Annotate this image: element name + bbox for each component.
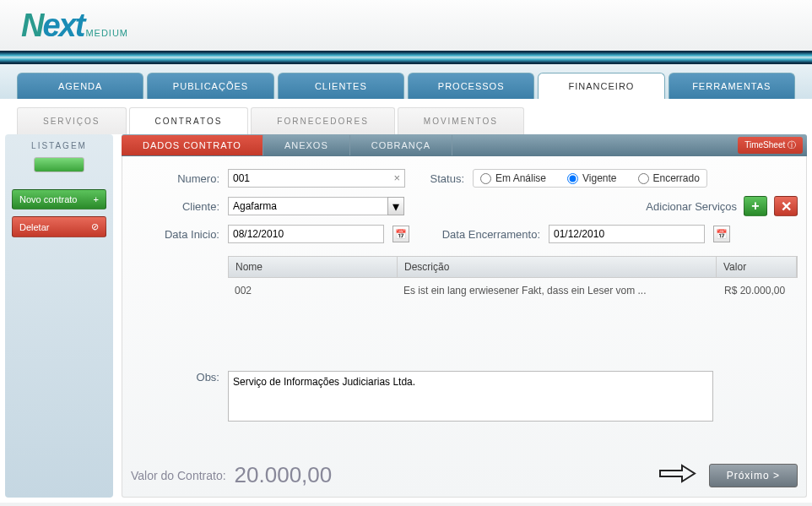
header: NextMEDIUM [0, 0, 812, 51]
ribbon-divider [0, 51, 812, 64]
subtab-fornecedores[interactable]: FORNECEDORES [251, 107, 394, 134]
tab-ferramentas[interactable]: FERRAMENTAS [669, 73, 795, 99]
deletar-label: Deletar [19, 222, 49, 232]
calendar-icon-2[interactable]: 📅 [713, 226, 730, 242]
proximo-button[interactable]: Próximo > [709, 464, 798, 487]
clear-icon[interactable]: × [393, 171, 400, 184]
ptab-cobranca[interactable]: COBRANÇA [350, 135, 452, 155]
tab-clientes[interactable]: CLIENTES [278, 73, 404, 99]
dropdown-icon[interactable]: ▾ [387, 197, 404, 215]
novo-contrato-label: Novo contrato [19, 194, 77, 204]
cell-valor: R$ 20.000,00 [717, 283, 798, 298]
data-encerramento-label: Data Encerramento: [418, 228, 540, 241]
calendar-icon[interactable]: 📅 [392, 226, 409, 242]
obs-textarea[interactable] [228, 371, 713, 422]
tab-publicacoes[interactable]: PUBLICAÇÕES [147, 73, 273, 99]
remove-service-button[interactable]: ✕ [774, 196, 798, 216]
deletar-button[interactable]: Deletar ⊘ [12, 216, 106, 237]
main-tabs: AGENDA PUBLICAÇÕES CLIENTES PROCESSOS FI… [0, 64, 812, 99]
subtab-contratos[interactable]: CONTRATOS [129, 107, 249, 134]
adicionar-servicos-label: Adicionar Serviços [646, 200, 737, 213]
listagem-toggle[interactable] [34, 157, 84, 172]
data-inicio-label: Data Inicio: [131, 228, 219, 241]
forbidden-icon: ⊘ [91, 221, 99, 232]
table-header: Nome Descrição Valor [228, 256, 798, 278]
listagem-label: LISTAGEM [12, 141, 106, 150]
tab-agenda[interactable]: AGENDA [17, 73, 143, 99]
tab-financeiro[interactable]: FINANCEIRO [538, 73, 664, 99]
status-encerrado[interactable]: Encerrado [638, 172, 700, 184]
cliente-select[interactable] [228, 197, 388, 215]
valor-contrato-label: Valor do Contrato: [131, 469, 226, 482]
panel: DADOS CONTRATO ANEXOS COBRANÇA TimeSheet… [122, 134, 807, 498]
arrow-right-icon [658, 463, 696, 487]
table-row[interactable]: 002 Es ist ein lang erwiesener Fakt, das… [228, 278, 798, 303]
subtab-movimentos[interactable]: MOVIMENTOS [398, 107, 524, 134]
numero-label: Numero: [131, 172, 219, 185]
status-label: Status: [414, 172, 464, 185]
obs-label: Obs: [131, 371, 219, 384]
tab-processos[interactable]: PROCESSOS [408, 73, 534, 99]
data-encerramento-input[interactable] [549, 225, 705, 243]
logo-medium: MEDIUM [85, 28, 128, 38]
status-vigente[interactable]: Vigente [567, 172, 616, 184]
sub-tabs: SERVIÇOS CONTRATOS FORNECEDORES MOVIMENT… [0, 99, 812, 134]
logo-ext: ext [42, 8, 84, 43]
cell-descricao: Es ist ein lang erwiesener Fakt, dass ei… [397, 283, 717, 298]
status-em-analise[interactable]: Em Análise [480, 172, 546, 184]
status-radio-group: Em Análise Vigente Encerrado [473, 169, 707, 188]
ptab-dados-contrato[interactable]: DADOS CONTRATO [122, 135, 263, 155]
form-area: Numero: × Status: Em Análise Vigente Enc… [122, 156, 807, 498]
col-descricao: Descrição [398, 257, 717, 277]
sidebar: LISTAGEM Novo contrato + Deletar ⊘ [5, 134, 113, 498]
data-inicio-input[interactable] [228, 225, 384, 243]
subtab-servicos[interactable]: SERVIÇOS [17, 107, 127, 134]
footer-row: Valor do Contrato: 20.000,00 Próximo > [131, 449, 798, 488]
panel-tabs: DADOS CONTRATO ANEXOS COBRANÇA TimeSheet… [122, 134, 807, 156]
ptab-anexos[interactable]: ANEXOS [263, 135, 350, 155]
valor-contrato-amount: 20.000,00 [235, 462, 333, 488]
timesheet-button[interactable]: TimeSheet ⓘ [738, 137, 803, 154]
logo-n: N [21, 8, 42, 43]
novo-contrato-button[interactable]: Novo contrato + [12, 189, 106, 209]
col-valor: Valor [717, 257, 797, 277]
plus-icon: + [94, 194, 99, 204]
numero-input[interactable] [228, 169, 405, 188]
add-service-button[interactable]: + [744, 196, 767, 216]
cliente-label: Cliente: [131, 200, 219, 213]
cell-nome: 002 [228, 283, 397, 298]
col-nome: Nome [229, 257, 398, 277]
logo: NextMEDIUM [21, 8, 128, 44]
